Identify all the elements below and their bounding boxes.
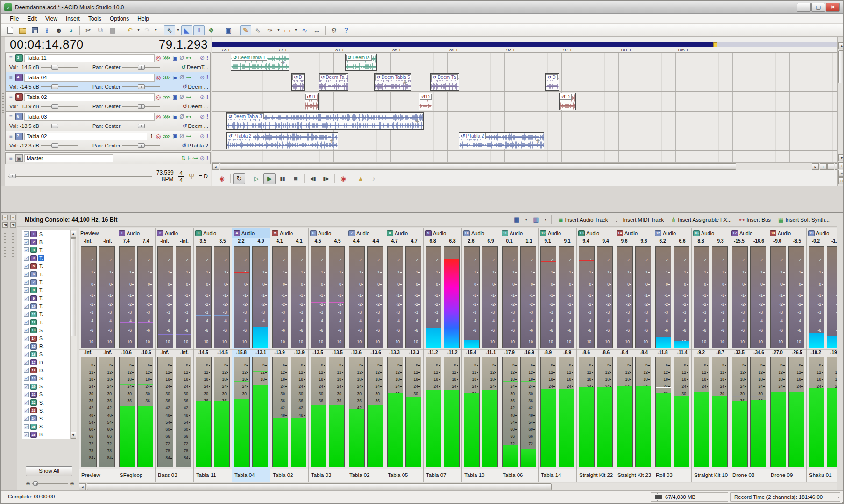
mixer-strip-tabla-07[interactable]: 9Audio6.86.8210-1-2-3-4-6-10210-1-2-3-4-…	[424, 228, 462, 482]
publish-button[interactable]: ⇪	[41, 25, 52, 35]
strip-name-label[interactable]: SFeqloop	[117, 469, 155, 482]
strip-header[interactable]: 5Audio	[270, 228, 308, 238]
active-clip-label[interactable]: ↺PTabla 2	[182, 142, 208, 149]
insert-assignable-fx-button[interactable]: ⋔Insert Assignable FX...	[668, 215, 735, 225]
channel-list-item-10[interactable]: ✓10T.	[22, 302, 77, 310]
dropdown-arrow-icon[interactable]: ▾	[153, 25, 158, 35]
checkbox[interactable]: ✓	[24, 400, 29, 405]
checkbox[interactable]: ✓	[24, 264, 29, 269]
channel-list-item-1[interactable]: ✓1S.	[22, 230, 77, 238]
menu-item-tools[interactable]: Tools	[85, 14, 105, 23]
undo-button[interactable]: ↶	[124, 25, 135, 35]
track-name-field[interactable]: Tabla 03	[24, 113, 155, 121]
record-button[interactable]: ◉	[216, 173, 228, 184]
strip-header[interactable]: 10Audio	[462, 228, 500, 238]
channel-list-item-20[interactable]: ✓20S.	[22, 383, 77, 391]
settings-button[interactable]: ⚙	[328, 25, 340, 35]
extract-audio-button[interactable]: ◕	[65, 25, 77, 35]
insert-midi-track-button[interactable]: ♩Insert MIDI Track	[612, 215, 667, 225]
checkbox[interactable]: ✓	[24, 408, 29, 413]
paint-tool-button[interactable]: ✑	[264, 25, 276, 35]
arrow-tool-button[interactable]: ⇖	[252, 25, 263, 35]
whats-this-button[interactable]: ?	[340, 25, 352, 35]
drag-grip-icon[interactable]: ≡	[7, 94, 14, 100]
mixer-zoom-slider[interactable]	[32, 481, 68, 486]
collapse-dock-icon[interactable]: ◀	[2, 222, 8, 228]
mixer-strip-bass-03[interactable]: 2Audio-Inf.-Inf.210-1-2-3-4-6-10210-1-2-…	[156, 228, 194, 482]
zoom-out-time-button[interactable]: −	[827, 163, 834, 170]
strip-name-label[interactable]: Tabla 02	[270, 469, 308, 482]
mixer-strip-tabla-04[interactable]: 4Audio2.24.9210-1-2-3-4-6-10210-1-2-3-4-…	[232, 228, 270, 482]
go-to-start-button[interactable]: ◀▮	[307, 173, 319, 184]
track-fx-icon[interactable]: ▣	[172, 113, 177, 120]
checkbox[interactable]: ✓	[24, 336, 29, 341]
checkbox[interactable]: ✓	[24, 304, 29, 309]
scroll-left-icon[interactable]: ◂	[212, 163, 219, 170]
strip-name-label[interactable]: Tabla 14	[539, 469, 576, 482]
track-header-tabla-02[interactable]: ≡5Tabla 02◎⋙▣Ø⊶⊘!Vol:-13.9 dBPan:Center↺…	[5, 92, 211, 112]
track-fx-icon[interactable]: ▣	[172, 55, 177, 61]
erase-tool-button[interactable]: ▭	[282, 25, 293, 35]
channel-list-item-3[interactable]: ✓3T.	[22, 246, 77, 254]
vscroll-thumb[interactable]	[838, 50, 844, 83]
track-header-tabla-11[interactable]: ≡3Tabla 11◎⋙▣Ø⊶⊘!Vol:-14.5 dBPan:Center↺…	[5, 53, 211, 72]
audio-clip-d[interactable]: ↺D	[291, 73, 305, 91]
timeline-lane[interactable]: ↺Deem Tabla 3✚	[212, 112, 837, 131]
channel-list-item-7[interactable]: ✓7T.	[22, 278, 77, 286]
dropdown-arrow-icon[interactable]: ▾	[176, 25, 181, 35]
checkbox[interactable]: ✓	[24, 416, 29, 421]
bpm-display[interactable]: 73.539BPM	[156, 170, 174, 183]
pan-slider[interactable]	[122, 143, 160, 148]
menu-item-file[interactable]: File	[6, 14, 22, 23]
dock-windows-button[interactable]: ▣	[223, 25, 234, 35]
mute-icon[interactable]: ⊘	[200, 94, 205, 100]
checkbox[interactable]: ✓	[24, 231, 29, 237]
checkbox[interactable]: ✓	[24, 384, 29, 389]
close-button[interactable]: ✕	[826, 3, 840, 12]
time-stretch-button[interactable]: ↔	[311, 25, 322, 35]
strip-name-label[interactable]: Tabla 04	[232, 469, 270, 482]
channel-list-item-22[interactable]: ✓22S.	[22, 399, 77, 406]
midi-trigger-button[interactable]: ♪	[368, 173, 380, 184]
mute-icon[interactable]: ⊘	[200, 55, 205, 61]
mixer-strip-straight-kit-23[interactable]: 14Audio9.69.6210-1-2-3-4-6-10210-1-2-3-4…	[615, 228, 653, 482]
stretch-marker-icon[interactable]: ✚	[415, 119, 419, 125]
zoom-out-track-button[interactable]: −	[838, 170, 844, 177]
beats-display[interactable]: 79.1.293	[159, 37, 208, 52]
strip-name-label[interactable]: Drone 08	[730, 469, 768, 482]
mute-icon[interactable]: ⊘	[200, 133, 205, 140]
channel-list-item-2[interactable]: ✓2B.	[22, 238, 77, 246]
audio-clip-deemtabla-1[interactable]: ↺DeemTabla 1✚	[231, 54, 289, 71]
strip-name-label[interactable]: Shaku 01	[807, 469, 837, 482]
copy-button[interactable]: ⧉	[95, 25, 106, 35]
checkbox[interactable]: ✓	[24, 376, 29, 381]
record-arm-icon[interactable]: ◎	[156, 55, 161, 61]
insert-soft-synth-button[interactable]: ▦Insert Soft Synth...	[775, 215, 833, 225]
paste-button[interactable]: ▤	[107, 25, 118, 35]
master-name-field[interactable]: Master	[24, 154, 113, 162]
stop-button[interactable]: ■	[290, 173, 302, 184]
volume-slider[interactable]	[41, 84, 78, 89]
strip-name-label[interactable]: Straight Kit 23	[615, 469, 653, 482]
record-arm-icon[interactable]: ◎	[156, 74, 161, 81]
master-track-header[interactable]: ≡ ▣ Master ⇅⊦⊶⊘!	[5, 152, 211, 164]
track-fx-icon[interactable]: ▣	[172, 74, 177, 81]
checkbox[interactable]: ✓	[24, 287, 29, 293]
active-clip-label[interactable]: ↺Deem ...	[183, 123, 208, 129]
close-dock-icon[interactable]: ×	[2, 215, 8, 220]
scroll-left-icon[interactable]: ◂	[79, 483, 86, 490]
channel-list-item-13[interactable]: ✓13S.	[22, 326, 77, 334]
mixer-strip-tabla-06[interactable]: 11Audio0.11.1210-1-2-3-4-6-10210-1-2-3-4…	[500, 228, 539, 482]
channel-list-item-19[interactable]: ✓19S.	[22, 374, 77, 382]
device-routing-icon[interactable]: ⊶	[186, 94, 191, 100]
channel-list-item-16[interactable]: ✓16S.	[22, 350, 77, 358]
open-button[interactable]	[17, 25, 28, 35]
channel-list-item-8[interactable]: ✓8T.	[22, 286, 77, 294]
strip-header[interactable]: 6Audio	[309, 228, 347, 238]
hscroll-thumb[interactable]	[220, 163, 736, 170]
menu-item-edit[interactable]: Edit	[23, 14, 41, 23]
mixer-strip-straight-kit-22[interactable]: 13Audio9.49.4210-1-2-3-4-6-10210-1-2-3-4…	[577, 228, 615, 482]
unlock-envelopes-button[interactable]: ❖	[206, 25, 217, 35]
channel-list-item-14[interactable]: ✓14S.	[22, 334, 77, 342]
checkbox[interactable]: ✓	[24, 320, 29, 325]
